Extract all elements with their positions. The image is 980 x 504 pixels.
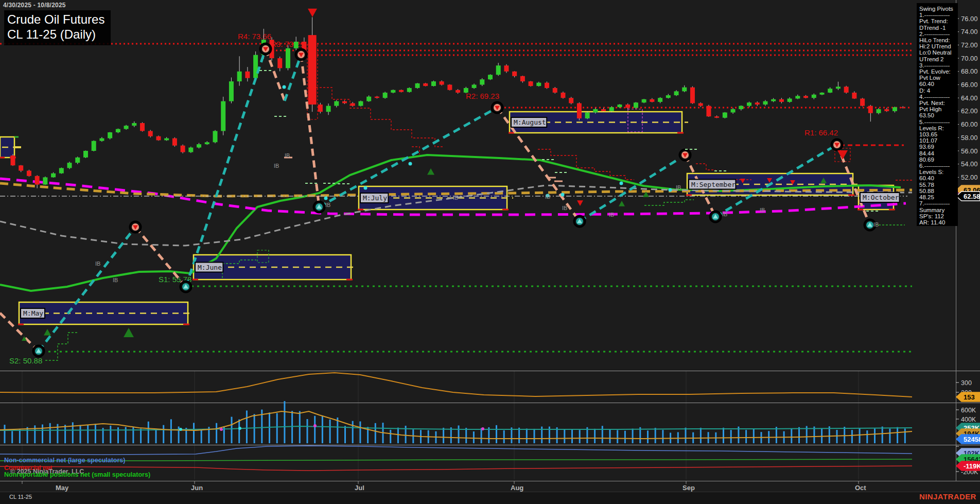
svg-text:-119K: -119K [964, 462, 980, 470]
candle [108, 132, 112, 138]
panel-line: 1.------------- [919, 12, 958, 18]
cyan-dot-icon [364, 186, 367, 190]
panel-line: Swing Pivots [919, 6, 958, 12]
month-tick-label[interactable]: Aug [511, 484, 523, 492]
candle [698, 103, 703, 106]
swing-pivots-panel: Swing Pivots1.-------------Pvt. Trend:DT… [917, 3, 958, 226]
candle [277, 58, 282, 68]
candle [561, 93, 565, 98]
candle [642, 99, 646, 102]
price-tick-label: 52.00 [961, 173, 978, 181]
candle [868, 106, 873, 113]
panel-line: Levels S: [919, 169, 958, 175]
ninjatrader-logo: NINJATRADER [919, 492, 976, 501]
ib-label: IB [676, 184, 681, 190]
candle [172, 138, 177, 146]
contract-title: CL 11-25 (Daily) [7, 27, 104, 42]
candle [99, 138, 104, 141]
candle [763, 101, 767, 105]
svg-text:M:September: M:September [691, 181, 736, 188]
candle [67, 163, 72, 168]
price-tick-label: 66.00 [961, 81, 978, 89]
candle [512, 72, 517, 76]
panel-line: Pvt High [919, 106, 958, 112]
ib-label: IB [274, 163, 279, 169]
cyan-dot-icon [283, 85, 286, 89]
panel-line: 63.50 [919, 112, 958, 118]
candle [92, 141, 96, 151]
price-tick-label: 56.00 [961, 147, 978, 155]
ib-label: IB [453, 195, 458, 201]
panel-line: 103.65 [919, 131, 958, 137]
svg-text:M:October: M:October [863, 194, 899, 201]
ib-label: IB [609, 212, 614, 218]
candle [674, 91, 679, 95]
candle [286, 48, 290, 68]
panel-tick-label: 400K [961, 416, 976, 423]
month-tick-label[interactable]: Jun [191, 484, 203, 492]
svg-text:62.58: 62.58 [964, 193, 980, 200]
ib-label: IB [562, 205, 567, 211]
candle [116, 129, 120, 132]
price-chart-canvas[interactable]: R4: 73.66R3: 73.21R2: 69.23R1: 66.42S1: … [0, 0, 980, 504]
candle [690, 88, 695, 103]
candle [415, 83, 420, 88]
month-tick-label[interactable]: Sep [682, 484, 695, 492]
candle [739, 106, 743, 109]
candle [351, 103, 355, 106]
panel-line: SP's: 112 [919, 213, 958, 219]
candle [156, 136, 161, 141]
panel-line: 48.25 [919, 194, 958, 200]
panel-line: 55.78 [919, 182, 958, 188]
ib-label: IB [325, 202, 330, 208]
panel-line: Levels R: [919, 125, 958, 131]
candle [609, 107, 614, 111]
candle [585, 112, 590, 118]
panel-line: Hi:2 UTrend [919, 43, 958, 49]
candle [828, 89, 832, 93]
panel-line: 6.------------- [919, 163, 958, 169]
price-tick-label: 72.00 [961, 41, 978, 49]
instrument-title: Crude Oil Futures [7, 12, 104, 27]
panel-line: 84.44 [919, 150, 958, 157]
candle [294, 42, 299, 48]
candle [625, 105, 630, 108]
candle [884, 109, 889, 111]
panel-line: 7.------------- [919, 200, 958, 206]
month-tick-label[interactable]: Jul [355, 484, 364, 492]
panel-line: HiLo Trend: [919, 37, 958, 43]
month-tick-label[interactable]: Oct [855, 484, 866, 492]
panel-line: 50.88 [919, 188, 958, 194]
candle [601, 109, 606, 111]
candle [19, 165, 23, 170]
ib-label: IB [285, 152, 290, 159]
candle [431, 81, 436, 86]
candle [852, 93, 856, 99]
panel-line: Pvt. Evolve: [919, 68, 958, 75]
panel-line: 60.40 [919, 81, 958, 87]
panel-line: 2.------------- [919, 31, 958, 37]
panel-line: Summary [919, 207, 958, 213]
ib-label: IB [873, 221, 879, 228]
candle [326, 106, 331, 112]
svg-text:M:May: M:May [23, 309, 43, 317]
candle [11, 155, 15, 165]
candle [723, 112, 727, 117]
candle [901, 107, 905, 108]
candle [877, 109, 881, 113]
candle [447, 85, 452, 90]
price-tick-label: 54.00 [961, 160, 978, 168]
panel-line: Lo:0 Neutral [919, 49, 958, 56]
candle [472, 85, 477, 88]
candle [59, 168, 64, 173]
candle [383, 93, 388, 98]
month-tick-label[interactable]: May [56, 484, 69, 492]
panel-line: 3.------------- [919, 62, 958, 68]
candle [634, 102, 638, 108]
price-tick-label: 60.00 [961, 120, 978, 128]
candle [812, 95, 816, 98]
candle [836, 86, 841, 89]
candle [245, 72, 250, 78]
svg-text:153: 153 [964, 393, 975, 401]
candle [844, 86, 849, 93]
